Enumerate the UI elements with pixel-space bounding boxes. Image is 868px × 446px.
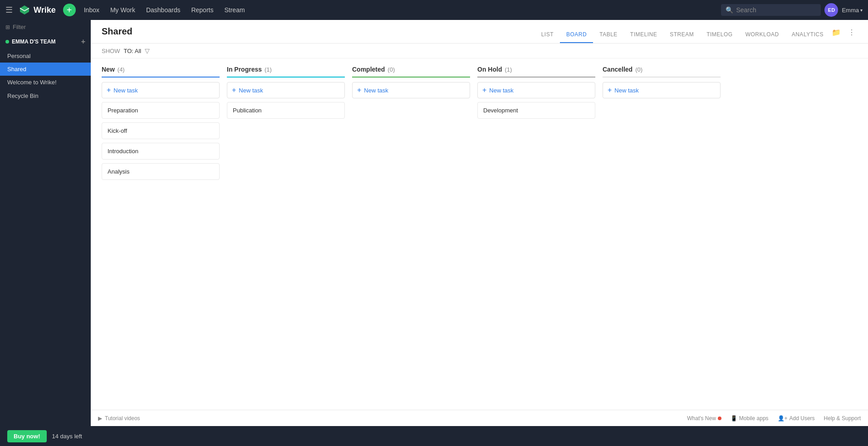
sidebar: ⊞ EMMA D'S TEAM + Personal Shared Welcom… bbox=[0, 20, 91, 426]
column-header-onhold: On Hold (1) bbox=[477, 66, 595, 78]
add-users-label: Add Users bbox=[790, 415, 815, 422]
add-users-link[interactable]: 👤+ Add Users bbox=[778, 415, 815, 422]
column-inprogress: In Progress (1) + New task Publication bbox=[227, 66, 345, 122]
content-area: Shared LIST BOARD TABLE TIMELINE STREAM … bbox=[91, 20, 868, 426]
mobile-icon: 📱 bbox=[731, 415, 737, 422]
task-card[interactable]: Analysis bbox=[102, 163, 220, 180]
bottom-bar: ▶ Tutorial videos What's New 📱 Mobile ap… bbox=[91, 410, 868, 426]
buy-now-button[interactable]: Buy now! bbox=[7, 430, 47, 442]
nav-links: Inbox My Work Dashboards Reports Stream bbox=[79, 4, 250, 16]
add-team-item-icon[interactable]: + bbox=[81, 38, 85, 46]
column-title-onhold: On Hold bbox=[477, 66, 502, 73]
sidebar-item-label: Shared bbox=[7, 66, 26, 73]
new-task-btn-cancelled[interactable]: + New task bbox=[603, 82, 721, 98]
task-card[interactable]: Kick-off bbox=[102, 122, 220, 139]
tab-stream[interactable]: STREAM bbox=[663, 27, 700, 43]
new-task-btn-onhold[interactable]: + New task bbox=[477, 82, 595, 98]
nav-mywork[interactable]: My Work bbox=[106, 4, 140, 16]
new-task-label: New task bbox=[489, 87, 513, 94]
column-count-onhold: (1) bbox=[505, 66, 512, 73]
sidebar-item-welcome[interactable]: Welcome to Wrike! bbox=[0, 76, 91, 89]
header-actions: 📁 ⋮ bbox=[830, 26, 857, 43]
plus-icon: + bbox=[357, 86, 361, 94]
user-menu[interactable]: Emma bbox=[842, 7, 863, 14]
new-task-btn-inprogress[interactable]: + New task bbox=[227, 82, 345, 98]
column-completed: Completed (0) + New task bbox=[352, 66, 470, 102]
add-button[interactable]: + bbox=[63, 4, 76, 16]
help-support-label: Help & Support bbox=[824, 415, 861, 422]
new-task-label: New task bbox=[614, 87, 638, 94]
column-header-new: New (4) bbox=[102, 66, 220, 78]
plus-icon: + bbox=[608, 86, 612, 94]
search-input[interactable] bbox=[736, 6, 816, 14]
new-task-label: New task bbox=[364, 87, 388, 94]
tab-analytics[interactable]: ANALYTICS bbox=[785, 27, 830, 43]
nav-reports[interactable]: Reports bbox=[186, 4, 218, 16]
bottom-right-links: What's New 📱 Mobile apps 👤+ Add Users He… bbox=[687, 415, 861, 422]
play-icon: ▶ bbox=[98, 415, 102, 422]
search-icon: 🔍 bbox=[726, 6, 733, 14]
nav-inbox[interactable]: Inbox bbox=[79, 4, 104, 16]
nav-dashboards[interactable]: Dashboards bbox=[142, 4, 185, 16]
team-dot bbox=[5, 40, 9, 44]
board-area: New (4) + New task Preparation Kick-off … bbox=[91, 58, 868, 410]
tab-table[interactable]: TABLE bbox=[593, 27, 624, 43]
column-title-new: New bbox=[102, 66, 115, 73]
new-task-label: New task bbox=[239, 87, 263, 94]
whats-new-link[interactable]: What's New bbox=[687, 415, 721, 422]
logo-text: Wrike bbox=[34, 5, 56, 15]
show-label: SHOW bbox=[102, 48, 120, 54]
avatar[interactable]: ED bbox=[824, 3, 838, 17]
filter-icon[interactable]: ▽ bbox=[145, 47, 150, 54]
show-value[interactable]: TO: All bbox=[123, 48, 141, 54]
column-new: New (4) + New task Preparation Kick-off … bbox=[102, 66, 220, 184]
new-task-btn-new[interactable]: + New task bbox=[102, 82, 220, 98]
hamburger-icon[interactable]: ☰ bbox=[5, 5, 13, 15]
sidebar-item-label: Personal bbox=[7, 53, 30, 59]
column-header-inprogress: In Progress (1) bbox=[227, 66, 345, 78]
search-bar[interactable]: 🔍 bbox=[721, 4, 821, 16]
column-count-completed: (0) bbox=[387, 66, 395, 73]
more-options-icon[interactable]: ⋮ bbox=[846, 26, 857, 39]
task-card[interactable]: Development bbox=[477, 102, 595, 119]
filter-input[interactable] bbox=[13, 24, 85, 30]
team-label: EMMA D'S TEAM bbox=[12, 39, 55, 45]
column-onhold: On Hold (1) + New task Development bbox=[477, 66, 595, 122]
task-card[interactable]: Publication bbox=[227, 102, 345, 119]
tab-list[interactable]: LIST bbox=[535, 27, 560, 43]
mobile-apps-link[interactable]: 📱 Mobile apps bbox=[731, 415, 769, 422]
tab-board[interactable]: BOARD bbox=[560, 27, 593, 43]
task-card[interactable]: Preparation bbox=[102, 102, 220, 119]
sidebar-filter[interactable]: ⊞ bbox=[0, 20, 91, 34]
add-user-icon: 👤+ bbox=[778, 415, 788, 422]
column-title-completed: Completed bbox=[352, 66, 385, 73]
column-cancelled: Cancelled (0) + New task bbox=[603, 66, 721, 102]
mobile-apps-label: Mobile apps bbox=[739, 415, 769, 422]
tutorial-label: Tutorial videos bbox=[105, 415, 140, 422]
help-support-link[interactable]: Help & Support bbox=[824, 415, 861, 422]
sidebar-item-shared[interactable]: Shared bbox=[0, 63, 91, 76]
sidebar-item-personal[interactable]: Personal bbox=[0, 49, 91, 63]
column-header-cancelled: Cancelled (0) bbox=[603, 66, 721, 78]
filter-icon: ⊞ bbox=[5, 24, 10, 30]
column-title-inprogress: In Progress bbox=[227, 66, 262, 73]
top-nav: ☰ Wrike + Inbox My Work Dashboards Repor… bbox=[0, 0, 868, 20]
team-header[interactable]: EMMA D'S TEAM + bbox=[0, 34, 91, 49]
column-count-cancelled: (0) bbox=[635, 66, 642, 73]
column-header-completed: Completed (0) bbox=[352, 66, 470, 78]
tutorial-videos-link[interactable]: ▶ Tutorial videos bbox=[98, 415, 140, 422]
folder-icon[interactable]: 📁 bbox=[830, 26, 843, 39]
nav-stream[interactable]: Stream bbox=[220, 4, 249, 16]
plus-icon: + bbox=[107, 86, 111, 94]
main-layout: ⊞ EMMA D'S TEAM + Personal Shared Welcom… bbox=[0, 20, 868, 426]
tab-timeline[interactable]: TIMELINE bbox=[624, 27, 663, 43]
task-card[interactable]: Introduction bbox=[102, 143, 220, 160]
column-count-new: (4) bbox=[118, 66, 125, 73]
new-task-btn-completed[interactable]: + New task bbox=[352, 82, 470, 98]
sidebar-item-recycle-bin[interactable]: Recycle Bin 🗑 bbox=[0, 89, 91, 102]
buy-bar: Buy now! 14 days left bbox=[0, 426, 868, 446]
tab-timelog[interactable]: TIMELOG bbox=[700, 27, 739, 43]
show-bar: SHOW TO: All ▽ bbox=[91, 44, 868, 58]
tab-workload[interactable]: WORKLOAD bbox=[739, 27, 785, 43]
whats-new-label: What's New bbox=[687, 415, 716, 422]
